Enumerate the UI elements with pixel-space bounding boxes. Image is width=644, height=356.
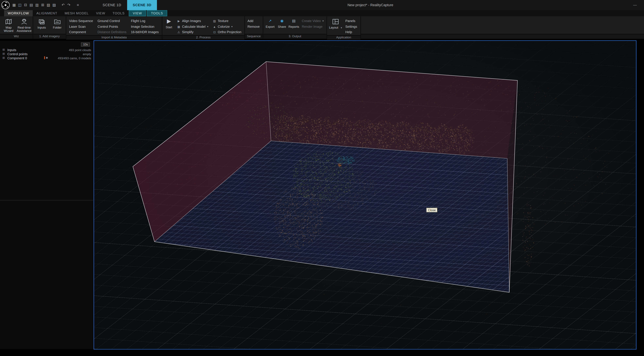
ribbon-tab-workflow[interactable]: WORKFLOW: [4, 10, 33, 16]
help-item[interactable]: Help: [344, 29, 359, 35]
map-wizard-button[interactable]: Map Wizard: [1, 18, 16, 33]
ribbon-tab-alignment[interactable]: ALIGNMENT: [33, 10, 61, 16]
control-points-count: empty: [83, 52, 91, 56]
layout-preset-3-icon[interactable]: ⊟: [23, 2, 28, 8]
close-tooltip: Close: [426, 208, 438, 212]
map-icon: [5, 18, 12, 25]
ribbon-tab-mesh-model[interactable]: MESH MODEL: [61, 10, 92, 16]
colorize-icon: ▲: [212, 24, 216, 29]
inputs-count: 493 point clouds: [69, 48, 91, 52]
expand-icon[interactable]: ⊞: [2, 48, 6, 51]
real-time-assistance-button[interactable]: Real-time Assistance: [17, 18, 32, 33]
image-selection-item[interactable]: Image Selection: [129, 24, 161, 29]
panels-item[interactable]: Panels: [344, 18, 359, 24]
sequence-remove-item[interactable]: Remove: [246, 24, 262, 29]
inputs-button[interactable]: Inputs: [34, 18, 49, 29]
ortho-projection-item[interactable]: ⊡ Ortho Projection: [211, 29, 243, 35]
sequence-add-item[interactable]: Add: [246, 18, 262, 24]
scene-tabs: SCENE 1D SCENE 3D: [97, 0, 157, 10]
layout-preset-2-icon[interactable]: ◫: [17, 2, 22, 8]
ribbon-filler: [361, 16, 644, 39]
chevron-down-icon: ▾: [341, 27, 342, 29]
scene-3d-viewport[interactable]: Close: [94, 40, 636, 350]
undo-icon[interactable]: ↶: [60, 2, 66, 8]
ribbon-tab-view-contextual[interactable]: VIEW: [129, 10, 146, 16]
layout-preset-1-icon[interactable]: ▦: [12, 2, 17, 8]
layout-preset-8-icon[interactable]: ▨: [52, 2, 57, 8]
align-images-icon: ▶: [177, 18, 181, 24]
layout-preset-5-icon[interactable]: ▥: [34, 2, 40, 8]
group-caption-import-metadata: Import & Metadata: [66, 35, 162, 39]
texture-icon: ▨: [212, 18, 216, 24]
menu-icon[interactable]: ≡: [75, 2, 80, 8]
expand-icon[interactable]: ⊞: [2, 52, 6, 55]
laser-scan-item[interactable]: Laser Scan: [68, 24, 95, 29]
ortho-projection-icon: ⊡: [212, 29, 216, 35]
hdr-images-item[interactable]: 16-bit/HDR Images: [129, 29, 161, 35]
layout-preset-7-icon[interactable]: ▧: [46, 2, 51, 8]
dock-badge[interactable]: 1Ds: [81, 42, 90, 46]
component-count: 493/493 cams, 0 models: [58, 56, 91, 60]
ribbon: Map Wizard Real-time Assistance Wiz Inpu…: [0, 16, 644, 39]
layout-panes-icon: [332, 18, 339, 25]
ribbon-tab-tools-contextual[interactable]: TOOLS: [147, 10, 167, 16]
ribbon-tab-tools[interactable]: TOOLS: [109, 10, 128, 16]
component-item[interactable]: Component: [68, 29, 95, 35]
folder-button[interactable]: Folder: [50, 18, 64, 29]
tab-scene-3d[interactable]: SCENE 3D: [127, 0, 157, 10]
group-caption-wiz: Wiz: [0, 34, 33, 39]
calculate-model-item[interactable]: ▦ Calculate Model ▾: [175, 24, 210, 29]
align-images-item[interactable]: ▶ Align Images: [175, 18, 210, 24]
colorize-item[interactable]: ▲ Colorize ▾: [211, 24, 243, 29]
render-image-item: Render Image: [300, 24, 325, 29]
status-dot-icon: ◉: [46, 56, 48, 59]
ribbon-group-application: Layout ▾ Panels Settings Help Applicatio…: [327, 16, 361, 39]
point-cloud-canvas: [94, 41, 636, 349]
window-title: New project* - RealityCapture: [348, 0, 393, 10]
start-button[interactable]: ▶ Start: [164, 18, 174, 29]
chevron-down-icon[interactable]: ▾: [207, 24, 208, 29]
simplify-icon: ⚠: [177, 29, 181, 35]
ribbon-group-import-metadata: Video Sequence Laser Scan Component Grou…: [66, 16, 162, 39]
layout-preset-4-icon[interactable]: ▤: [28, 2, 34, 8]
project-tree-panel: 1Ds ⊞ Inputs 493 point clouds ⊞ Control …: [0, 41, 93, 349]
group-caption-add-imagery: 1. Add imagery: [33, 34, 66, 39]
tree-row-inputs[interactable]: ⊞ Inputs 493 point clouds: [0, 48, 93, 52]
minimize-button[interactable]: —: [631, 0, 640, 10]
ribbon-tab-view[interactable]: VIEW: [92, 10, 109, 16]
video-sequence-item[interactable]: Video Sequence: [68, 18, 95, 24]
simplify-item[interactable]: ⚠ Simplify: [175, 29, 210, 35]
export-button[interactable]: ↗ Export: [264, 18, 276, 29]
tab-scene-1d[interactable]: SCENE 1D: [97, 0, 127, 10]
group-caption-sequence: Sequence: [244, 34, 263, 39]
project-tree: ⊞ Inputs 493 point clouds ⊞ Control poin…: [0, 41, 93, 60]
layout-preset-6-icon[interactable]: ⊞: [40, 2, 46, 8]
create-video-item: Create Video ▾: [300, 18, 325, 24]
ribbon-group-process: ▶ Start ▶ Align Images ▦ Calculate Model…: [162, 16, 244, 39]
panel-divider[interactable]: [0, 200, 93, 200]
settings-item[interactable]: Settings: [344, 24, 359, 29]
quick-access-toolbar: ▦ ◫ ⊟ ▤ ▥ ⊞ ▧ ▨ ↶ ↷ ≡: [12, 2, 80, 8]
tree-row-component-0[interactable]: ⊞ Component 0 ◉ 493/493 cams, 0 models: [0, 56, 93, 60]
reports-button[interactable]: ▤ Reports: [288, 18, 299, 29]
realitycapture-logo-icon: [1, 1, 10, 9]
chevron-down-icon[interactable]: ▾: [231, 24, 233, 29]
start-icon: ▶: [167, 18, 171, 25]
distance-definitions-item: Distance Definitions: [96, 29, 128, 35]
share-button[interactable]: ◉ Share: [276, 18, 288, 29]
redo-icon[interactable]: ↷: [66, 2, 72, 8]
ground-control-item[interactable]: Ground Control: [96, 18, 128, 24]
tree-row-control-points[interactable]: ⊞ Control points empty: [0, 52, 93, 56]
share-icon: ◉: [280, 19, 284, 23]
export-icon: ↗: [268, 19, 272, 23]
ribbon-group-add-imagery: Inputs Folder 1. Add imagery: [33, 16, 66, 39]
expand-icon[interactable]: ⊞: [2, 56, 6, 60]
flight-log-item[interactable]: Flight Log: [129, 18, 161, 24]
chevron-down-icon: ▾: [322, 18, 324, 24]
title-bar: ▦ ◫ ⊟ ▤ ▥ ⊞ ▧ ▨ ↶ ↷ ≡ SCENE 1D SCENE 3D …: [0, 0, 644, 10]
ribbon-group-sequence: Add Remove Sequence: [244, 16, 263, 39]
layout-button[interactable]: Layout ▾: [328, 18, 343, 29]
control-points-item[interactable]: Control Points: [96, 24, 128, 29]
texture-item[interactable]: ▨ Texture: [211, 18, 243, 24]
component-status-flag: ◉: [44, 56, 48, 59]
